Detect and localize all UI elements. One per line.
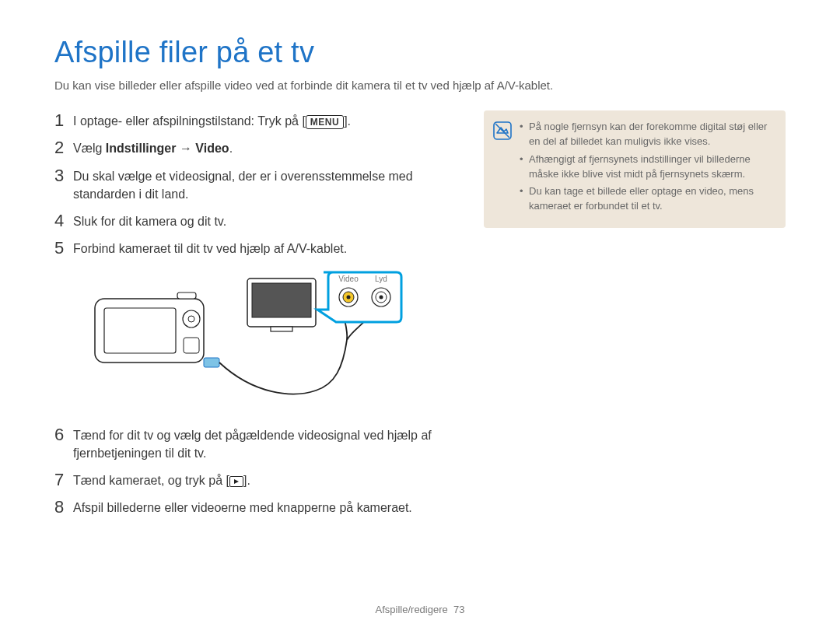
- step-1: 1 I optage- eller afspilningstilstand: T…: [54, 110, 451, 130]
- footer-page-number: 73: [453, 604, 464, 615]
- step-number: 3: [54, 166, 73, 185]
- svg-point-12: [347, 295, 351, 299]
- svg-marker-16: [234, 479, 239, 484]
- svg-rect-8: [252, 283, 311, 317]
- note-list: På nogle fjernsyn kan der forekomme digi…: [520, 120, 773, 217]
- svg-rect-6: [204, 358, 219, 367]
- menu-button-icon: MENU: [306, 115, 344, 129]
- step-number: 1: [54, 110, 73, 130]
- page-footer: Afspille/redigere 73: [0, 604, 840, 615]
- step-text: Vælg Indstillinger → Video.: [73, 138, 233, 157]
- note-item: Du kan tage et billede eller optage en v…: [520, 184, 773, 214]
- tv-icon: [247, 278, 316, 331]
- svg-rect-9: [271, 327, 292, 331]
- step-7: 7 Tænd kameraet, og tryk på [].: [54, 470, 451, 489]
- step-text: Tænd for dit tv og vælg det pågældende v…: [73, 425, 451, 462]
- note-item: Afhængigt af fjernsynets indstillinger v…: [520, 152, 773, 182]
- text-part: Vælg: [73, 142, 106, 155]
- text-part: ].: [344, 114, 351, 128]
- bold-text: Indstillinger: [106, 142, 177, 155]
- diagram-svg: Video Lyd: [75, 266, 432, 414]
- step-5: 5 Forbind kameraet til dit tv ved hjælp …: [54, 238, 451, 257]
- video-jack-label: Video: [338, 275, 359, 283]
- svg-rect-4: [184, 338, 199, 353]
- svg-point-15: [380, 295, 383, 299]
- note-icon: [493, 121, 512, 140]
- footer-section: Afspille/redigere: [376, 604, 448, 615]
- bold-text: Video: [195, 142, 229, 155]
- step-text: Du skal vælge et videosignal, der er i o…: [73, 166, 451, 203]
- step-text: I optage- eller afspilningstilstand: Try…: [73, 110, 351, 130]
- steps-column: 1 I optage- eller afspilningstilstand: T…: [54, 110, 451, 525]
- notes-column: På nogle fjernsyn kan der forekomme digi…: [484, 110, 786, 525]
- step-2: 2 Vælg Indstillinger → Video.: [54, 138, 451, 157]
- audio-jack-label: Lyd: [375, 275, 387, 283]
- step-text: Tænd kameraet, og tryk på [].: [73, 470, 250, 489]
- step-text: Afspil billederne eller videoerne med kn…: [73, 497, 412, 517]
- note-box: På nogle fjernsyn kan der forekomme digi…: [484, 110, 786, 228]
- connection-diagram: Video Lyd: [75, 266, 432, 414]
- svg-rect-1: [104, 308, 176, 353]
- jack-callout: Video Lyd: [317, 272, 401, 322]
- step-number: 5: [54, 238, 73, 257]
- step-4: 4 Sluk for dit kamera og dit tv.: [54, 211, 451, 230]
- step-3: 3 Du skal vælge et videosignal, der er i…: [54, 166, 451, 203]
- step-number: 7: [54, 470, 73, 489]
- step-8: 8 Afspil billederne eller videoerne med …: [54, 497, 451, 517]
- step-number: 2: [54, 138, 73, 157]
- step-number: 6: [54, 425, 73, 444]
- page-title: Afspille filer på et tv: [54, 36, 786, 69]
- text-part: .: [229, 142, 233, 155]
- step-number: 8: [54, 497, 73, 517]
- intro-text: Du kan vise billeder eller afspille vide…: [54, 77, 786, 93]
- text-part: →: [176, 142, 195, 155]
- step-text: Forbind kameraet til dit tv ved hjælp af…: [73, 238, 347, 257]
- step-6: 6 Tænd for dit tv og vælg det pågældende…: [54, 425, 451, 462]
- text-part: ].: [243, 474, 250, 487]
- text-part: I optage- eller afspilningstilstand: Try…: [73, 114, 306, 128]
- camera-icon: [95, 292, 204, 363]
- svg-point-3: [188, 316, 194, 322]
- text-part: Tænd kameraet, og tryk på [: [73, 474, 229, 487]
- content-columns: 1 I optage- eller afspilningstilstand: T…: [54, 110, 786, 525]
- step-text: Sluk for dit kamera og dit tv.: [73, 211, 226, 230]
- playback-button-icon: [229, 476, 243, 487]
- note-item: På nogle fjernsyn kan der forekomme digi…: [520, 120, 773, 149]
- manual-page: Afspille filer på et tv Du kan vise bill…: [0, 0, 840, 634]
- step-number: 4: [54, 211, 73, 230]
- svg-rect-5: [177, 292, 196, 299]
